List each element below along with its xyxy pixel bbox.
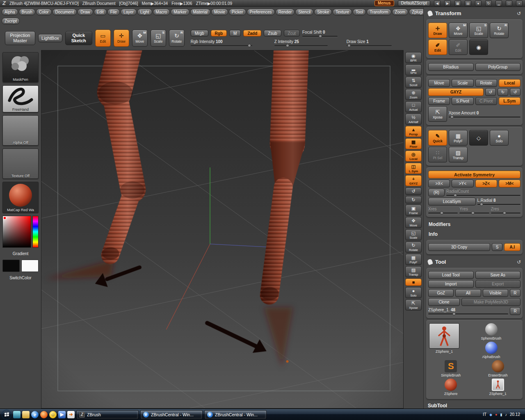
- taskbar-item-zbrush[interactable]: Z ZBrush: [76, 410, 139, 419]
- lightbox-button[interactable]: LightBox: [38, 34, 62, 43]
- rgb-intensity-slider[interactable]: Rgb Intensity 100: [191, 39, 252, 46]
- cpivot-button[interactable]: C.Pivot: [475, 97, 497, 105]
- menu-item-zoom[interactable]: Zoom: [392, 9, 409, 16]
- transp-button[interactable]: ▨ Transp: [449, 147, 468, 162]
- transp-button[interactable]: ▨Transp: [405, 266, 422, 277]
- xpose-amount-slider[interactable]: Xpose Amount 0: [449, 111, 520, 118]
- tool-item-spherebrush[interactable]: SphereBrush: [462, 323, 520, 340]
- tray-network-icon[interactable]: ▮: [500, 413, 502, 417]
- current-stroke-thumb[interactable]: FreeHand: [2, 85, 39, 112]
- symmetry-m-button[interactable]: >M<: [499, 180, 520, 187]
- solo-button[interactable]: ● Solo: [490, 130, 509, 146]
- refresh-icon[interactable]: ↻: [485, 0, 492, 6]
- activate-symmetry-button[interactable]: Activate Symmetry: [428, 171, 520, 178]
- solo-button[interactable]: ●Solo: [405, 287, 422, 298]
- menu-item-zscript[interactable]: Zscript: [2, 18, 20, 25]
- scroll-right-icon[interactable]: ▶: [444, 0, 451, 6]
- modifiers-section-header[interactable]: Modifiers: [425, 219, 523, 228]
- persp-button[interactable]: ▲Persp: [405, 126, 422, 137]
- xpose-button[interactable]: ⇱Xpose: [405, 299, 422, 310]
- language-indicator[interactable]: IT: [483, 412, 486, 417]
- focal-shift-slider[interactable]: Focal Shift 0: [302, 30, 338, 37]
- active-tool-slider[interactable]: ZSphere_1. 48: [428, 308, 508, 315]
- lradial-slider[interactable]: L.Radial 8: [477, 198, 521, 205]
- frame-button[interactable]: Frame: [428, 97, 450, 105]
- make-polymesh3d-button[interactable]: Make PolyMesh3D: [461, 298, 520, 306]
- polyf-button[interactable]: ▦ PolyF: [449, 130, 468, 146]
- goz-r-button[interactable]: R: [510, 289, 520, 297]
- menu-item-stroke[interactable]: Stroke: [314, 9, 332, 16]
- frame-button[interactable]: ▣Frame: [405, 205, 422, 216]
- saturation-value-square[interactable]: [2, 216, 31, 248]
- camera-button[interactable]: ◉: [469, 39, 488, 55]
- tray-update-icon[interactable]: ●: [495, 413, 497, 417]
- cube-display-button[interactable]: ◇: [469, 130, 488, 146]
- windows-explorer-icon[interactable]: [22, 411, 30, 418]
- menu-item-stencil[interactable]: Stencil: [295, 9, 313, 16]
- current-material-thumb[interactable]: MatCap Red Wa: [2, 182, 39, 213]
- lsym-button[interactable]: L.Sym: [499, 97, 520, 105]
- projection-master-button[interactable]: Projection Master: [5, 31, 35, 45]
- move-tool-button[interactable]: Move: [428, 79, 450, 87]
- polygroup-button[interactable]: PolyGroup: [475, 63, 521, 71]
- close-icon[interactable]: ×: [516, 0, 523, 6]
- menu-item-file[interactable]: File: [107, 9, 120, 16]
- zadd-button[interactable]: Zadd: [243, 30, 261, 37]
- edit-mode-button[interactable]: ▭ Edit: [95, 30, 111, 47]
- zcut-button[interactable]: Zcut: [284, 30, 300, 37]
- hue-strip[interactable]: [32, 216, 39, 248]
- edit-disabled-button[interactable]: ✐ Edit: [449, 39, 468, 55]
- taskbar-item-browser-2[interactable]: e ZBrushCentral - Win...: [204, 410, 267, 419]
- radial-count-slider[interactable]: RadialCount: [446, 189, 520, 196]
- scale-mode-button[interactable]: S ◱ Scale: [469, 23, 488, 38]
- canvas-3d-view[interactable]: [41, 50, 403, 408]
- menu-item-transform[interactable]: Transform: [367, 9, 391, 16]
- gradient-label[interactable]: Gradient: [2, 251, 39, 257]
- spivot-button[interactable]: S.Pivot: [452, 97, 473, 105]
- user-icon[interactable]: ●: [475, 0, 482, 6]
- scale-tool-button[interactable]: Scale: [452, 79, 473, 87]
- actual-button[interactable]: □Actual: [405, 101, 422, 112]
- xpose-button[interactable]: ⇱ Xpose: [428, 106, 447, 122]
- rotate-mode-button[interactable]: R ↻ Rotate: [169, 30, 185, 47]
- bradius-button[interactable]: BRadius: [428, 63, 474, 71]
- taskbar-item-browser-1[interactable]: e ZBrushCentral - Win...: [140, 410, 203, 419]
- menu-item-macro[interactable]: Macro: [153, 9, 170, 16]
- aahalf-button[interactable]: ½AAHalf: [405, 114, 422, 125]
- gxyz-button[interactable]: GXYZ: [428, 88, 484, 96]
- tool-r-button[interactable]: R: [510, 307, 520, 315]
- gy-gyro-button[interactable]: ↺: [405, 187, 422, 195]
- gz-gyro-button[interactable]: ↺: [510, 88, 520, 96]
- symmetry-x-button[interactable]: >X<: [428, 180, 450, 187]
- info-section-header[interactable]: Info: [425, 228, 523, 238]
- z-intensity-slider[interactable]: Z Intensity 25: [274, 39, 328, 46]
- yres-slider[interactable]: Yres: [459, 207, 489, 214]
- visible-button[interactable]: Visible: [483, 289, 508, 297]
- internet-explorer-icon[interactable]: e: [31, 411, 39, 418]
- volume-icon[interactable]: ♪: [505, 413, 507, 417]
- divider-layout-icon[interactable]: ▦: [454, 0, 461, 6]
- menu-item-picker[interactable]: Picker: [229, 9, 246, 16]
- menus-button[interactable]: Menus: [374, 0, 394, 6]
- menu-item-marker[interactable]: Marker: [171, 9, 189, 16]
- rotate-button[interactable]: ↻Rotate: [405, 242, 422, 253]
- move-button[interactable]: ✥Move: [405, 217, 422, 228]
- quick-launch-icon[interactable]: ➔: [67, 411, 75, 418]
- tool-item-alphabrush[interactable]: AlphaBrush: [462, 342, 520, 359]
- menu-item-render[interactable]: Render: [276, 9, 295, 16]
- 3d-copy-button[interactable]: 3D Copy: [428, 243, 490, 251]
- bpr-button[interactable]: ◉BPR: [405, 52, 422, 63]
- menu-item-movie[interactable]: Movie: [211, 9, 228, 16]
- m-button[interactable]: M: [229, 30, 241, 37]
- restore-icon[interactable]: □: [506, 0, 512, 6]
- current-texture-thumb[interactable]: Texture Off: [2, 148, 39, 179]
- menu-item-material[interactable]: Material: [190, 9, 211, 16]
- subtool-section-header[interactable]: SubTool: [425, 401, 523, 409]
- clone-button[interactable]: Clone: [428, 298, 460, 306]
- move-mode-button[interactable]: M ✥ Move: [132, 30, 148, 47]
- scale-button[interactable]: ◱Scale: [405, 229, 422, 240]
- current-alpha-thumb[interactable]: Alpha Off: [2, 115, 39, 146]
- load-tool-button[interactable]: Load Tool: [428, 271, 474, 279]
- menu-item-layer[interactable]: Layer: [121, 9, 137, 16]
- localsym-button[interactable]: LocalSym: [428, 198, 476, 205]
